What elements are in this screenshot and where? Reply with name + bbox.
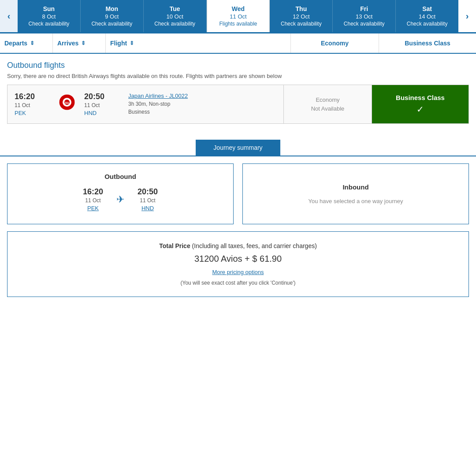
depart-date: 11 Oct — [15, 102, 50, 108]
col-business: Business Class — [379, 33, 476, 53]
journey-boxes: Outbound 16:20 11 Oct PEK ✈ 20:50 11 Oct… — [0, 156, 476, 231]
outbound-title: Outbound flights — [7, 61, 469, 70]
journey-summary-tab[interactable]: Journey summary — [196, 140, 280, 156]
plane-icon: ✈ — [116, 194, 124, 205]
date-cell-sun[interactable]: Sun 8 Oct Check availability — [18, 0, 81, 32]
outbound-depart-time: 16:20 — [83, 187, 103, 197]
flight-details: Japan Airlines - JL0022 3h 30m, Non-stop… — [128, 92, 276, 115]
column-headers: Departs ⇕ Arrives ⇕ Flight ⇕ Economy Bus… — [0, 33, 476, 54]
journey-tab-bar: Journey summary — [0, 140, 476, 156]
col-departs[interactable]: Departs ⇕ — [0, 33, 53, 53]
col-flight[interactable]: Flight ⇕ — [106, 33, 291, 53]
date-cell-thu[interactable]: Thu 12 Oct Check availability — [270, 0, 333, 32]
outbound-depart-airport[interactable]: PEK — [87, 205, 99, 212]
total-price-label: Total Price (Including all taxes, fees, … — [18, 242, 458, 249]
depart-block: 16:20 11 Oct PEK — [15, 92, 50, 116]
airline-logo: JAL — [59, 92, 75, 111]
flight-duration: 3h 30m, Non-stop — [128, 101, 276, 107]
arrive-block: 20:50 11 Oct HND — [84, 92, 119, 116]
col-economy: Economy — [291, 33, 379, 53]
business-class-label: Business Class — [396, 94, 445, 101]
date-cell-wed[interactable]: Wed 11 Oct Flights available — [207, 0, 270, 32]
business-checkmark: ✓ — [416, 104, 424, 115]
flight-class: Business — [128, 109, 276, 115]
outbound-depart-date: 11 Oct — [83, 197, 103, 204]
outbound-arrive-time: 20:50 — [138, 187, 158, 197]
date-cell-mon[interactable]: Mon 9 Oct Check availability — [81, 0, 144, 32]
economy-cell: EconomyNot Available — [283, 85, 372, 123]
flight-info: 16:20 11 Oct PEK JAL 20:50 11 Oct HND — [7, 85, 283, 123]
date-cell-sat[interactable]: Sat 14 Oct Check availability — [396, 0, 458, 32]
inbound-message: You have selected a one way journey — [309, 198, 403, 204]
business-class-cell[interactable]: Business Class ✓ — [372, 85, 469, 123]
inbound-summary-title: Inbound — [309, 183, 403, 191]
departs-sort-icon[interactable]: ⇕ — [30, 40, 34, 46]
economy-status: EconomyNot Available — [311, 96, 345, 113]
arrives-sort-icon[interactable]: ⇕ — [81, 40, 86, 46]
journey-times: 16:20 11 Oct PEK ✈ 20:50 11 Oct HND — [16, 187, 224, 212]
date-cells: Sun 8 Oct Check availability Mon 9 Oct C… — [18, 0, 458, 32]
more-pricing-options-link[interactable]: More pricing options — [212, 269, 264, 275]
depart-time: 16:20 — [15, 92, 50, 101]
outbound-section: Outbound flights Sorry, there are no dir… — [0, 54, 476, 131]
outbound-arrive-date: 11 Oct — [138, 197, 158, 204]
outbound-arrive-time-block: 20:50 11 Oct HND — [138, 187, 158, 212]
date-cell-fri[interactable]: Fri 13 Oct Check availability — [333, 0, 396, 32]
depart-airport[interactable]: PEK — [15, 110, 26, 116]
inbound-summary-box: Inbound You have selected a one way jour… — [242, 163, 469, 224]
col-arrives[interactable]: Arrives ⇕ — [53, 33, 106, 53]
arrive-date: 11 Oct — [84, 102, 119, 108]
flight-row: 16:20 11 Oct PEK JAL 20:50 11 Oct HND — [7, 85, 469, 124]
outbound-summary-title: Outbound — [16, 173, 224, 180]
svg-text:JAL: JAL — [64, 101, 70, 104]
arrive-airport[interactable]: HND — [84, 110, 97, 116]
outbound-arrive-airport[interactable]: HND — [141, 205, 154, 212]
flight-sort-icon[interactable]: ⇕ — [130, 40, 134, 46]
next-date-arrow[interactable]: › — [458, 0, 476, 32]
outbound-note: Sorry, there are no direct British Airwa… — [7, 73, 469, 79]
airline-link[interactable]: Japan Airlines - JL0022 — [128, 93, 188, 99]
arrive-time: 20:50 — [84, 92, 119, 101]
total-price-box: Total Price (Including all taxes, fees, … — [7, 231, 469, 297]
cost-note: (You will see exact cost after you click… — [18, 280, 458, 286]
total-amount: 31200 Avios + $ 61.90 — [18, 254, 458, 264]
prev-date-arrow[interactable]: ‹ — [0, 0, 18, 32]
outbound-summary-box: Outbound 16:20 11 Oct PEK ✈ 20:50 11 Oct… — [7, 163, 234, 224]
date-navigation: ‹ Sun 8 Oct Check availability Mon 9 Oct… — [0, 0, 476, 33]
date-cell-tue[interactable]: Tue 10 Oct Check availability — [144, 0, 207, 32]
outbound-depart-time-block: 16:20 11 Oct PEK — [83, 187, 103, 212]
